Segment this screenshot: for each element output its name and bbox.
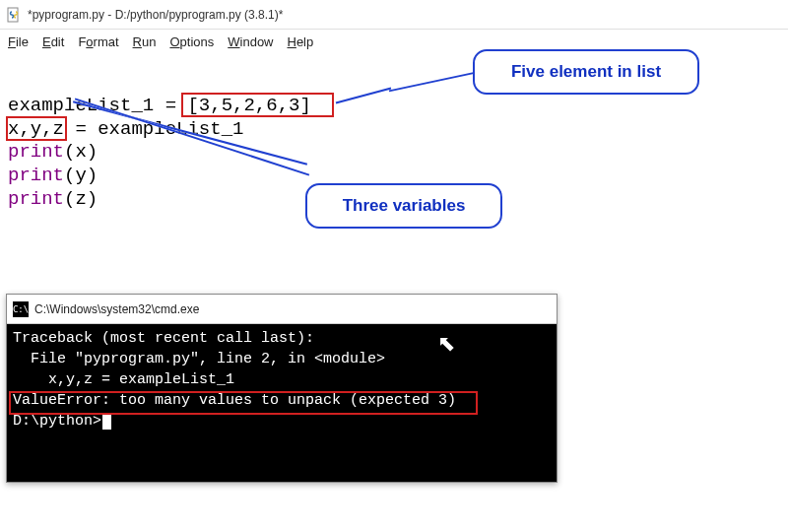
highlight-variables bbox=[6, 116, 67, 141]
code-editor[interactable]: exampleList_1 = [3,5,2,6,3] x,y,z = exam… bbox=[0, 53, 788, 262]
menu-help[interactable]: Help bbox=[288, 34, 314, 49]
menu-options[interactable]: Options bbox=[169, 34, 214, 49]
menu-window[interactable]: Window bbox=[228, 34, 273, 49]
code-line-3: print(x) bbox=[8, 141, 780, 165]
traceback-code-line: x,y,z = exampleList_1 bbox=[13, 369, 551, 390]
callout-three-variables: Three variables bbox=[305, 183, 502, 229]
cmd-window: C:\ C:\Windows\system32\cmd.exe Tracebac… bbox=[6, 294, 558, 483]
highlight-list-literal bbox=[181, 93, 334, 117]
code-line-2: x,y,z = exampleList_1 bbox=[8, 118, 780, 142]
menu-format[interactable]: Format bbox=[78, 34, 118, 49]
menu-file[interactable]: File bbox=[8, 34, 29, 49]
traceback-line: Traceback (most recent call last): bbox=[13, 328, 551, 349]
cmd-icon: C:\ bbox=[13, 301, 29, 317]
menu-run[interactable]: Run bbox=[133, 34, 157, 49]
traceback-file-line: File "pyprogram.py", line 2, in <module> bbox=[13, 349, 551, 369]
window-title: *pyprogram.py - D:/python/pyprogram.py (… bbox=[28, 8, 283, 22]
callout-five-elements: Five element in list bbox=[473, 49, 699, 95]
callout-text: Three variables bbox=[343, 195, 466, 216]
cmd-titlebar[interactable]: C:\ C:\Windows\system32\cmd.exe bbox=[7, 295, 557, 324]
python-file-icon bbox=[6, 7, 22, 23]
callout-text: Five element in list bbox=[511, 61, 661, 82]
highlight-error-line bbox=[9, 391, 478, 415]
cmd-output[interactable]: Traceback (most recent call last): File … bbox=[7, 324, 557, 482]
menu-edit[interactable]: Edit bbox=[42, 34, 64, 49]
cmd-title: C:\Windows\system32\cmd.exe bbox=[34, 302, 199, 316]
cursor-icon bbox=[102, 414, 111, 430]
idle-titlebar: *pyprogram.py - D:/python/pyprogram.py (… bbox=[0, 0, 788, 30]
